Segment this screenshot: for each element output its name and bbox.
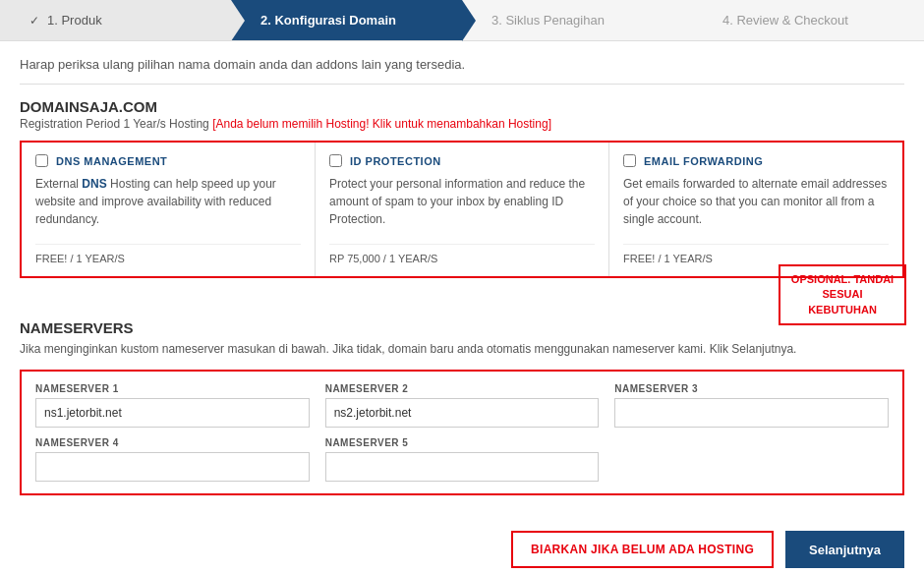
divider [20, 84, 904, 85]
ns-row-1: NAMESERVER 1 NAMESERVER 2 NAMESERVER 3 [35, 383, 889, 428]
ns1-label: NAMESERVER 1 [35, 383, 310, 394]
addon-section: DNS MANAGEMENT External DNS Hosting can … [20, 141, 904, 278]
optional-note-wrapper: OPSIONAL. TANDAI SESUAI KEBUTUHAN [779, 268, 906, 325]
addon-cards: DNS MANAGEMENT External DNS Hosting can … [20, 141, 904, 278]
domain-name: DOMAINSAJA.COM [20, 98, 904, 115]
step2-label: 2. Konfigurasi Domain [260, 13, 396, 28]
step-3-siklus[interactable]: 3. Siklus Penagihan [462, 0, 693, 40]
addon-idprotect-name: ID PROTECTION [350, 155, 441, 167]
addon-idprotect-price: RP 75,000 / 1 YEAR/S [329, 244, 595, 264]
ns3-input[interactable] [614, 398, 889, 428]
addon-dns-header: DNS MANAGEMENT [35, 154, 301, 167]
hosting-link[interactable]: [Anda belum memilih Hosting! Klik untuk … [212, 117, 551, 131]
primary-button[interactable]: Selanjutnya [785, 531, 904, 568]
ns1-field: NAMESERVER 1 [35, 383, 310, 428]
addon-dns-price: FREE! / 1 YEAR/S [35, 244, 301, 264]
step-2-konfigurasi[interactable]: 2. Konfigurasi Domain [231, 0, 462, 40]
addon-dns-desc: External DNS Hosting can help speed up y… [35, 175, 301, 234]
addon-emailfwd-desc: Get emails forwarded to alternate email … [623, 175, 889, 234]
addon-idprotect-desc: Protect your personal information and re… [329, 175, 595, 234]
ns4-label: NAMESERVER 4 [35, 437, 310, 448]
stepper: ✓ 1. Produk 2. Konfigurasi Domain 3. Sik… [0, 0, 924, 41]
ns-spacer [614, 437, 889, 482]
ns3-field: NAMESERVER 3 [614, 383, 889, 428]
ns3-label: NAMESERVER 3 [614, 383, 889, 394]
step1-check-icon: ✓ [29, 14, 39, 28]
addon-emailfwd-header: EMAIL FORWARDING [623, 154, 889, 167]
step4-label: 4. Review & Checkout [722, 13, 848, 28]
ns2-field: NAMESERVER 2 [325, 383, 600, 428]
nameservers-desc: Jika menginginkan kustom nameserver masu… [20, 340, 904, 358]
ns-row-2: NAMESERVER 4 NAMESERVER 5 [35, 437, 889, 482]
bottom-bar: BIARKAN JIKA BELUM ADA HOSTING Selanjutn… [0, 523, 924, 574]
step-1-produk[interactable]: ✓ 1. Produk [0, 0, 231, 40]
ns4-field: NAMESERVER 4 [35, 437, 310, 482]
main-content: Harap periksa ulang pilihan nama domain … [0, 41, 924, 523]
addon-dns: DNS MANAGEMENT External DNS Hosting can … [22, 143, 316, 276]
step1-label: 1. Produk [47, 13, 102, 28]
subtitle-text: Harap periksa ulang pilihan nama domain … [20, 57, 904, 72]
addon-emailfwd-checkbox[interactable] [623, 154, 636, 167]
secondary-button[interactable]: BIARKAN JIKA BELUM ADA HOSTING [511, 531, 774, 568]
addon-emailfwd-name: EMAIL FORWARDING [644, 155, 763, 167]
ns1-input[interactable] [35, 398, 310, 428]
ns4-input[interactable] [35, 452, 310, 482]
period-prefix: Registration Period 1 Year/s Hosting [20, 117, 212, 131]
step-4-review[interactable]: 4. Review & Checkout [693, 0, 924, 40]
addon-idprotect-header: ID PROTECTION [329, 154, 595, 167]
domain-period: Registration Period 1 Year/s Hosting [An… [20, 117, 904, 131]
addon-emailfwd-price: FREE! / 1 YEAR/S [623, 244, 889, 264]
addon-emailfwd: EMAIL FORWARDING Get emails forwarded to… [609, 143, 902, 276]
ns5-input[interactable] [325, 452, 600, 482]
spacer [20, 288, 904, 319]
addon-dns-name: DNS MANAGEMENT [56, 155, 167, 167]
nameserver-container: NAMESERVER 1 NAMESERVER 2 NAMESERVER 3 N… [20, 370, 904, 495]
addon-dns-checkbox[interactable] [35, 154, 48, 167]
ns2-input[interactable] [325, 398, 600, 428]
addon-idprotect: ID PROTECTION Protect your personal info… [316, 143, 609, 276]
step3-label: 3. Siklus Penagihan [491, 13, 605, 28]
ns5-label: NAMESERVER 5 [325, 437, 600, 448]
ns2-label: NAMESERVER 2 [325, 383, 600, 394]
nameservers-title: NAMESERVERS [20, 319, 904, 336]
ns5-field: NAMESERVER 5 [325, 437, 600, 482]
addon-idprotect-checkbox[interactable] [329, 154, 342, 167]
optional-note: OPSIONAL. TANDAI SESUAI KEBUTUHAN [779, 264, 906, 325]
